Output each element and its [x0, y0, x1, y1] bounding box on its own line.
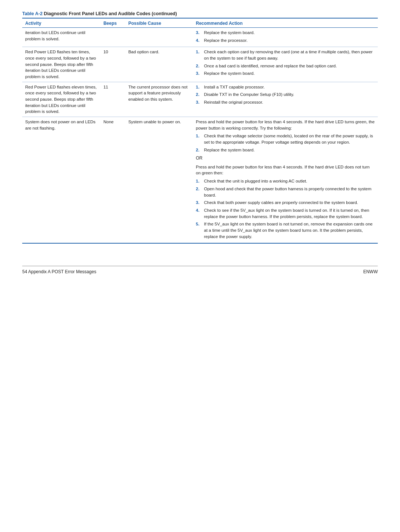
cell-cause: Bad option card. [125, 47, 193, 82]
cell-beeps [100, 28, 125, 47]
step-text: Reinstall the original processor. [204, 99, 263, 106]
step-text: Check that the unit is plugged into a wo… [204, 178, 307, 184]
table-title-bold: Table A-2 [22, 11, 43, 16]
list-item: 3.Replace the system board. [196, 70, 375, 77]
step-number: 1. [196, 84, 203, 90]
list-item: 2.Disable TXT in the Computer Setup (F10… [196, 91, 375, 98]
list-item: 2.Open hood and check that the power but… [196, 186, 375, 198]
step-text: Replace the system board. [204, 70, 255, 77]
list-item: 3.Check that both power supply cables ar… [196, 200, 375, 206]
list-item: 1.Install a TXT capable processor. [196, 84, 375, 90]
list-item: 5.If the 5V_aux light on the system boar… [196, 221, 375, 240]
step-number: 4. [196, 207, 203, 214]
step-text: If the 5V_aux light on the system board … [204, 221, 375, 240]
step-number: 3. [196, 70, 203, 77]
cell-activity: iteration but LEDs continue until proble… [22, 28, 100, 47]
action-intro: Press and hold the power button for less… [196, 119, 375, 131]
cell-beeps: 10 [100, 47, 125, 82]
cell-activity: Red Power LED flashes eleven times, once… [22, 82, 100, 117]
col-header-activity: Activity [22, 19, 100, 28]
cell-cause: The current processor does not support a… [125, 82, 193, 117]
step-number: 1. [196, 178, 203, 184]
cell-action: 1.Install a TXT capable processor.2.Disa… [193, 82, 378, 117]
col-header-beeps: Beeps [100, 19, 125, 28]
step-number: 5. [196, 221, 203, 227]
cell-beeps: 11 [100, 82, 125, 117]
step-number: 1. [196, 49, 203, 55]
col-header-action: Recommended Action [193, 19, 378, 28]
cell-action: 1.Check each option card by removing the… [193, 47, 378, 82]
or-divider: OR [196, 155, 375, 161]
cell-cause [125, 28, 193, 47]
step-number: 2. [196, 63, 203, 69]
footer-right: ENWW [363, 269, 378, 274]
cell-activity: System does not power on and LEDs are no… [22, 117, 100, 244]
col-header-cause: Possible Cause [125, 19, 193, 28]
cell-action: 3.Replace the system board.4.Replace the… [193, 28, 378, 47]
list-item: 1.Check that the voltage selector (some … [196, 133, 375, 145]
step-text: Open hood and check that the power butto… [204, 186, 375, 198]
table-row: Red Power LED flashes eleven times, once… [22, 82, 378, 117]
cell-activity: Red Power LED flashes ten times, once ev… [22, 47, 100, 82]
cell-cause: System unable to power on. [125, 117, 193, 244]
step-text: Disable TXT in the Computer Setup (F10) … [204, 91, 294, 98]
step-number: 3. [196, 99, 203, 106]
cell-action: Press and hold the power button for less… [193, 117, 378, 244]
list-item: 4.Check to see if the 5V_aux light on th… [196, 207, 375, 220]
step-number: 3. [196, 30, 203, 36]
step-text: Replace the system board. [204, 147, 255, 153]
list-item: 2.Replace the system board. [196, 147, 375, 153]
step-text: Once a bad card is identified, remove an… [204, 63, 337, 69]
step-number: 2. [196, 147, 203, 153]
step-number: 2. [196, 91, 203, 98]
list-item: 1.Check that the unit is plugged into a … [196, 178, 375, 184]
step-text: Replace the system board. [204, 30, 255, 36]
step-number: 4. [196, 37, 203, 44]
step-text: Replace the processor. [204, 37, 248, 44]
list-item: 4.Replace the processor. [196, 37, 375, 44]
list-item: 1.Check each option card by removing the… [196, 49, 375, 61]
step-text: Check to see if the 5V_aux light on the … [204, 207, 375, 220]
table-row: System does not power on and LEDs are no… [22, 117, 378, 244]
step-number: 1. [196, 133, 203, 139]
step-text: Check each option card by removing the c… [204, 49, 375, 61]
table-row: iteration but LEDs continue until proble… [22, 28, 378, 47]
step-number: 3. [196, 200, 203, 206]
step-text: Install a TXT capable processor. [204, 84, 265, 90]
step-number: 2. [196, 186, 203, 192]
table-row: Red Power LED flashes ten times, once ev… [22, 47, 378, 82]
footer-left: 54 Appendix A POST Error Messages [22, 269, 96, 274]
table-title: Table A-2 Diagnostic Front Panel LEDs an… [22, 11, 378, 19]
table-title-rest: Diagnostic Front Panel LEDs and Audible … [43, 11, 177, 16]
list-item: 2.Once a bad card is identified, remove … [196, 63, 375, 69]
step-text: Check that the voltage selector (some mo… [204, 133, 375, 145]
step-text: Check that both power supply cables are … [204, 200, 358, 206]
cell-beeps: None [100, 117, 125, 244]
list-item: 3.Replace the system board. [196, 30, 375, 36]
footer: 54 Appendix A POST Error Messages ENWW [22, 266, 378, 274]
list-item: 3.Reinstall the original processor. [196, 99, 375, 106]
action-intro-2: Press and hold the power button for less… [196, 164, 375, 176]
